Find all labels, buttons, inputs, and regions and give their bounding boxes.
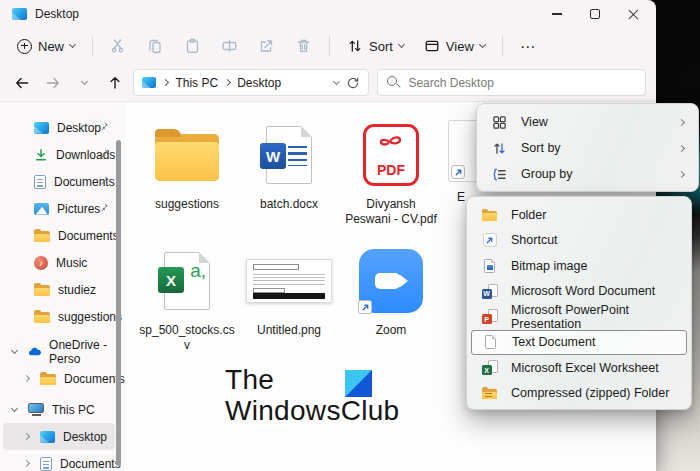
sidebar-item-music[interactable]: ♪ Music <box>0 249 125 276</box>
shortcut-arrow-icon <box>361 303 370 312</box>
file-untitled-png[interactable]: Untitled.png <box>239 248 339 338</box>
chevron-right-icon[interactable] <box>23 460 30 467</box>
menu-item-label: Folder <box>511 208 677 222</box>
image-thumbnail <box>246 259 332 303</box>
desktop-icon <box>34 122 49 134</box>
file-label: Zoom <box>341 323 441 338</box>
address-dropdown-icon[interactable] <box>333 77 340 84</box>
menu-item-label: Text Document <box>512 335 676 349</box>
up-arrow-icon <box>107 75 123 91</box>
sidebar-item-thispc-documents[interactable]: Documents <box>0 450 125 471</box>
sidebar-item-desktop-selected[interactable]: Desktop <box>3 423 115 450</box>
sidebar-item-this-pc[interactable]: This PC <box>0 396 125 423</box>
submenu-item-folder[interactable]: Folder <box>471 202 687 228</box>
share-button[interactable] <box>249 32 284 60</box>
file-batch-docx[interactable]: W batch.docx <box>239 122 339 212</box>
submenu-item-excel-worksheet[interactable]: X Microsoft Excel Worksheet <box>471 355 687 381</box>
shortcut-arrow-badge <box>451 165 465 179</box>
chevron-down-icon <box>69 41 76 48</box>
window-title: Desktop <box>35 7 79 21</box>
paste-button[interactable] <box>175 32 210 60</box>
minimize-button[interactable] <box>538 0 576 28</box>
word-w-glyph: W <box>260 143 286 169</box>
sidebar-item-downloads[interactable]: Downloads <box>0 141 125 168</box>
onedrive-cloud-icon <box>28 346 41 357</box>
menu-item-label: Compressed (zipped) Folder <box>511 386 677 400</box>
sidebar-item-label: OneDrive - Perso <box>49 338 125 366</box>
sidebar-item-label: Desktop <box>63 430 107 444</box>
sidebar-item-suggestions[interactable]: suggestions <box>0 303 125 330</box>
sidebar-item-label: Music <box>56 256 87 270</box>
forward-button[interactable] <box>41 70 66 96</box>
context-menu-group-by[interactable]: Group by <box>481 161 694 187</box>
sidebar-item-onedrive[interactable]: OneDrive - Perso <box>0 338 125 365</box>
desktop-folder-icon <box>142 77 156 88</box>
file-label-line2: v <box>137 338 237 353</box>
sidebar-item-label: studiez <box>58 283 96 297</box>
file-cv-pdf[interactable]: PDF Divyansh Peswani - CV.pdf <box>341 122 441 227</box>
submenu-item-bitmap-image[interactable]: Bitmap image <box>471 253 687 279</box>
search-input[interactable] <box>408 76 636 90</box>
pin-icon <box>98 175 109 186</box>
chevron-right-icon[interactable] <box>23 375 30 382</box>
trash-icon <box>295 38 312 54</box>
submenu-item-powerpoint-presentation[interactable]: P Microsoft PowerPoint Presentation <box>471 304 687 330</box>
navigation-sidebar: Desktop Downloads Documents Pictures Doc <box>0 102 125 471</box>
rename-button[interactable] <box>212 32 247 60</box>
search-box[interactable] <box>377 69 646 96</box>
context-menu-sort-by[interactable]: Sort by <box>481 135 694 161</box>
sidebar-item-documents[interactable]: Documents <box>0 168 125 195</box>
breadcrumb-this-pc[interactable]: This PC <box>175 76 218 90</box>
chevron-right-icon[interactable] <box>23 433 30 440</box>
refresh-icon[interactable] <box>346 76 360 90</box>
breadcrumb[interactable]: This PC Desktop <box>133 69 369 96</box>
folder-icon <box>34 283 50 296</box>
sidebar-item-documents-folder[interactable]: Documents <box>0 222 125 249</box>
view-button[interactable]: View <box>415 32 494 60</box>
pdf-badge-text: PDF <box>366 163 416 178</box>
menu-item-label: View <box>521 115 666 129</box>
sidebar-item-onedrive-documents[interactable]: Documents <box>0 365 125 392</box>
powerpoint-icon: P <box>481 309 498 324</box>
submenu-chevron-icon <box>678 144 685 151</box>
copy-button[interactable] <box>138 32 173 60</box>
submenu-chevron-icon <box>678 170 685 177</box>
back-arrow-icon <box>14 75 30 91</box>
sort-button[interactable]: Sort <box>338 32 413 60</box>
sidebar-item-label: Pictures <box>57 202 100 216</box>
up-button[interactable] <box>103 70 128 96</box>
sidebar-item-studiez[interactable]: studiez <box>0 276 125 303</box>
submenu-item-shortcut[interactable]: Shortcut <box>471 228 687 254</box>
paste-icon <box>184 38 201 54</box>
video-camera-icon <box>375 273 400 289</box>
pictures-icon <box>34 203 49 215</box>
submenu-item-word-document[interactable]: W Microsoft Word Document <box>471 279 687 305</box>
chevron-down-icon[interactable] <box>11 404 18 411</box>
context-menu-view[interactable]: View <box>481 109 694 135</box>
chevron-down-icon[interactable] <box>11 346 18 353</box>
zoom-app-icon <box>359 249 423 313</box>
sidebar-item-pictures[interactable]: Pictures <box>0 195 125 222</box>
maximize-button[interactable] <box>576 0 614 28</box>
file-suggestions-folder[interactable]: suggestions <box>137 122 237 212</box>
cut-button[interactable] <box>101 32 136 60</box>
see-more-button[interactable]: … <box>511 32 546 60</box>
close-button[interactable] <box>614 0 652 28</box>
recent-locations-button[interactable] <box>72 70 97 96</box>
file-sp500-csv[interactable]: X a, sp_500_stocks.cs v <box>137 248 237 353</box>
sidebar-scrollbar[interactable] <box>116 140 121 466</box>
new-button[interactable]: New <box>8 32 84 60</box>
sidebar-item-label: Desktop <box>57 121 101 135</box>
chevron-down-icon <box>479 41 486 48</box>
breadcrumb-separator-icon <box>224 79 231 86</box>
this-pc-icon <box>28 403 44 416</box>
back-button[interactable] <box>10 70 35 96</box>
sidebar-item-desktop[interactable]: Desktop <box>0 114 125 141</box>
delete-button[interactable] <box>286 32 321 60</box>
word-icon: W <box>481 284 498 299</box>
submenu-item-text-document[interactable]: Text Document <box>471 330 687 356</box>
file-zoom-shortcut[interactable]: Zoom <box>341 248 441 338</box>
chevron-down-icon <box>81 77 88 84</box>
breadcrumb-desktop[interactable]: Desktop <box>237 76 281 90</box>
submenu-item-zipped-folder[interactable]: Compressed (zipped) Folder <box>471 381 687 407</box>
